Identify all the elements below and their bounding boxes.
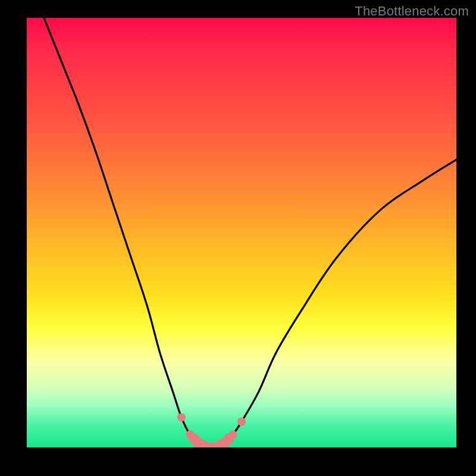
chart-frame: TheBottleneck.com	[0, 0, 476, 476]
bottleneck-curve	[27, 18, 456, 447]
marker-dot	[223, 434, 234, 444]
marker-dot	[177, 413, 186, 421]
plot-area	[27, 18, 456, 447]
watermark-text: TheBottleneck.com	[355, 4, 469, 19]
marker-dot	[237, 418, 246, 426]
marker-dot	[189, 434, 200, 444]
